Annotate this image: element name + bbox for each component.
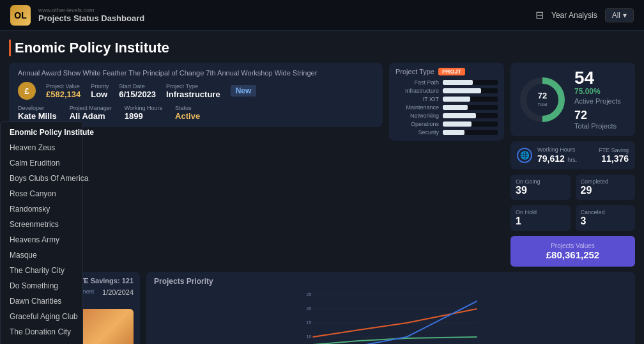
pt-bar-track-6 [443, 130, 498, 135]
filter-icon[interactable]: ⊟ [535, 9, 544, 21]
status-box-ongoing: On Going 39 [510, 175, 571, 200]
topbar-right: ⊟ Year Analysis All ▾ [535, 8, 634, 22]
working-hours-info: Working Hours 79,612 hrs. [537, 146, 577, 164]
pt-name-1: Infrastructure [395, 88, 439, 94]
project-value-label: Project Value [46, 83, 80, 90]
start-date-field: Start Date 6/15/2023 [119, 83, 156, 99]
chart-title: Projects Priority [154, 277, 627, 286]
working-hrs-unit: hrs. [567, 157, 577, 163]
pt-row-0: Fast Path [395, 79, 498, 86]
new-badge: New [231, 85, 257, 97]
wide-right-column: 72 Total 54 75.00% Active Projects 72 To… [510, 63, 635, 267]
developer-label: Developer [18, 105, 57, 111]
project-type-value: Infrastructure [166, 90, 220, 99]
projects-value-label: Projects Values [517, 242, 629, 249]
all-label: All [612, 11, 620, 20]
dropdown-item-2[interactable]: Calm Erudition [1, 155, 82, 171]
developer-row: Developer Kate Mills Project Manager Ali… [18, 105, 374, 121]
project-type-card: Project Type PROJT Fast Path Infrastruct… [389, 63, 504, 141]
onhold-label: On Hold [516, 209, 565, 215]
topbar-title: Projects Status Dashboard [38, 13, 144, 23]
ongoing-label: On Going [516, 178, 565, 185]
start-date-value: 6/15/2023 [119, 90, 156, 99]
pt-label: Project Type [395, 68, 434, 75]
status-box-onhold: On Hold 1 [510, 205, 571, 231]
main-layout: Enomic Policy Institute Heaven Zeus Calm… [0, 31, 644, 344]
working-hours-field: Working Hours 1899 [125, 105, 162, 121]
pt-row-2: IT IOT [395, 96, 498, 102]
fte-saving-info: FTE Saving 11,376 [599, 147, 629, 164]
status-label: Status [175, 105, 200, 111]
dropdown-item-1[interactable]: Heaven Zeus [1, 140, 82, 155]
dropdown-item-8[interactable]: Masque [1, 247, 82, 263]
developer-value: Kate Mills [18, 111, 57, 121]
canceled-label: Canceled [581, 209, 631, 215]
pt-bar-track-4 [443, 113, 498, 118]
active-projects-num: 54 [574, 69, 629, 87]
content-area: Enomic Policy Institute Annual Award Sho… [0, 31, 644, 344]
status-box-canceled: Canceled 3 [576, 205, 636, 231]
fte-saving-label: FTE Saving [599, 147, 629, 153]
svg-text:25: 25 [307, 292, 312, 297]
svg-text:10: 10 [307, 334, 312, 339]
dropdown-item-14[interactable]: Virus League [1, 340, 82, 344]
chart-panel: Projects Priority 25 20 15 10 5 2023 [146, 272, 635, 344]
pt-badge: PROJT [438, 68, 465, 75]
dropdown-item-9[interactable]: The Charity City [1, 263, 82, 278]
projects-value-btn[interactable]: Projects Values £80,361,252 [510, 236, 635, 267]
org-dropdown[interactable]: Enomic Policy Institute Heaven Zeus Calm… [0, 121, 83, 344]
dropdown-item-4[interactable]: Rose Canyon [1, 186, 82, 201]
projects-value-val: £80,361,252 [517, 249, 629, 260]
page-title: Enomic Policy Institute [9, 40, 635, 56]
priority-label: Priority [91, 83, 109, 90]
status-boxes-row-2: On Hold 1 Canceled 3 [510, 205, 635, 231]
dropdown-item-6[interactable]: Screenmetrics [1, 217, 82, 232]
fte-savings-label: FTE Savings: 121 [75, 277, 134, 285]
all-dropdown[interactable]: All ▾ [605, 8, 634, 22]
status-box-completed: Completed 29 [576, 175, 636, 200]
pt-bar-track-1 [443, 88, 498, 93]
onhold-val: 1 [516, 215, 565, 227]
chevron-down-icon: ▾ [623, 11, 627, 20]
pt-bar-track-3 [443, 105, 498, 110]
bottom-section: TQA: QA Tester 3 FTE Savings: 121 Eddy V… [9, 272, 635, 344]
pt-name-4: Networking [395, 113, 439, 119]
project-manager-label: Project Manager [70, 105, 112, 111]
canceled-val: 3 [581, 215, 631, 227]
pt-header: Project Type PROJT [395, 68, 498, 75]
pt-name-5: Operations [395, 121, 439, 127]
project-type-field: Project Type Infrastructure [166, 83, 220, 99]
donut-info: 54 75.00% Active Projects 72 Total Proje… [574, 69, 629, 130]
dropdown-item-3[interactable]: Boys Clubs Of America [1, 171, 82, 186]
donut-card: 72 Total 54 75.00% Active Projects 72 To… [510, 63, 635, 136]
dropdown-item-7[interactable]: Heavens Army [1, 232, 82, 247]
priority-field: Priority Low [91, 83, 109, 99]
pt-bar-track-2 [443, 97, 498, 102]
active-projects-pct: 75.00% [574, 87, 629, 96]
dropdown-item-0[interactable]: Enomic Policy Institute [1, 125, 82, 140]
working-hours-card: 🌐 Working Hours 79,612 hrs. FTE Saving 1… [510, 141, 635, 169]
project-type-panel: Project Type PROJT Fast Path Infrastruct… [389, 63, 504, 267]
dropdown-item-12[interactable]: Graceful Aging Club [1, 309, 82, 324]
project-value: £582,134 [46, 90, 80, 99]
svg-text:20: 20 [307, 306, 312, 311]
dropdown-item-5[interactable]: Randomsky [1, 201, 82, 217]
developer-field: Developer Kate Mills [18, 105, 57, 121]
svg-text:15: 15 [307, 320, 312, 325]
project-fields-row: £ Project Value £582,134 Priority Low St… [18, 82, 374, 100]
project-info-card: Annual Award Show White Feather The Prin… [9, 63, 383, 127]
project-value-field: Project Value £582,134 [46, 83, 80, 99]
pt-bar-track-5 [443, 121, 498, 127]
app-info: www.other-levels.com Projects Status Das… [38, 7, 144, 23]
pt-row-1: Infrastructure [395, 88, 498, 94]
project-type-label: Project Type [166, 83, 220, 90]
total-projects-num: 72 [574, 109, 629, 122]
dropdown-item-10[interactable]: Do Something [1, 278, 82, 293]
dropdown-item-13[interactable]: The Donation City [1, 324, 82, 340]
topbar-url: www.other-levels.com [38, 7, 144, 13]
project-manager-value: Ali Adam [70, 111, 112, 121]
priority-value: Low [91, 90, 109, 99]
pt-row-4: Networking [395, 113, 498, 119]
dropdown-item-11[interactable]: Dawn Charities [1, 293, 82, 309]
pt-bars: Fast Path Infrastructure IT IOT Mai [395, 79, 498, 136]
